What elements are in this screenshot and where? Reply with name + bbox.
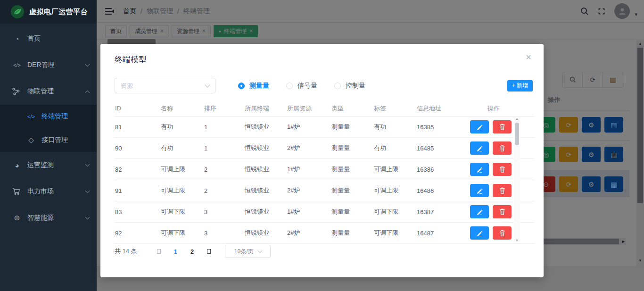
share-nodes-icon <box>12 88 22 95</box>
edit-button[interactable] <box>470 141 489 155</box>
table-row: 91可调上限2恒锐镁业2#炉测量量可调上限16486 <box>115 180 534 201</box>
scroll-up-icon[interactable]: ▲ <box>514 117 520 120</box>
edit-button[interactable] <box>470 163 489 176</box>
page-size-select[interactable]: 10条/页 <box>225 245 271 258</box>
sidebar-submenu-iot: </> 终端管理 ◇ 接口管理 <box>0 105 97 152</box>
sidebar-menu: ◔ 首页 </> DER管理 物联管理 </> <box>0 24 97 231</box>
terminal-model-dialog: 终端模型 × 资源 测量量 信号量 控制量 <box>100 44 544 277</box>
app-title: 虚拟电厂运营平台 <box>29 8 88 17</box>
select-placeholder: 资源 <box>121 82 133 90</box>
edit-button[interactable] <box>470 226 489 240</box>
sidebar-item-interface-mgmt[interactable]: ◇ 接口管理 <box>0 128 97 152</box>
globe-icon: ⊕ <box>12 214 22 222</box>
delete-button[interactable] <box>493 226 512 240</box>
dialog-title: 终端模型 <box>115 55 147 64</box>
chevron-down-icon <box>85 62 90 67</box>
dialog-filter-bar: 资源 测量量 信号量 控制量 + 新增 <box>115 78 533 93</box>
close-icon[interactable]: × <box>526 52 531 62</box>
col-header-address: 信息地址 <box>417 104 470 113</box>
app-root: 虚拟电厂运营平台 ◔ 首页 </> DER管理 物联管理 <box>0 0 644 291</box>
next-page-button[interactable] <box>207 249 211 254</box>
app-logo: 虚拟电厂运营平台 <box>0 0 97 24</box>
page-1-button[interactable]: 1 <box>174 248 177 255</box>
sidebar-item-home[interactable]: ◔ 首页 <box>0 25 97 52</box>
radio-signal[interactable]: 信号量 <box>286 82 317 90</box>
sidebar-item-der[interactable]: </> DER管理 <box>0 52 97 78</box>
sidebar-item-terminal-mgmt[interactable]: </> 终端管理 <box>0 105 97 128</box>
cube-icon: ◇ <box>26 136 36 144</box>
radio-icon <box>334 83 341 89</box>
col-header-tag: 标签 <box>374 104 417 113</box>
type-radio-group: 测量量 信号量 控制量 <box>238 82 365 90</box>
table-row: 83可调下限3恒锐镁业1#炉测量量可调下限16387 <box>115 201 534 223</box>
col-header-terminal: 所属终端 <box>245 104 287 113</box>
col-header-resource: 所属资源 <box>287 104 331 113</box>
gauge-icon: ◕ <box>12 161 22 169</box>
col-header-type: 类型 <box>331 104 374 113</box>
delete-button[interactable] <box>493 163 512 176</box>
sidebar-item-power-market[interactable]: 电力市场 <box>0 178 97 205</box>
scrollbar-thumb[interactable] <box>515 123 519 145</box>
table-scrollbar[interactable]: ▲ ▼ <box>514 117 520 242</box>
col-header-ops: 操作 <box>470 104 534 113</box>
radio-icon <box>286 83 293 89</box>
radio-icon <box>238 83 245 89</box>
col-header-sort: 排序 <box>204 104 245 113</box>
code-icon: </> <box>26 114 36 119</box>
resource-select[interactable]: 资源 <box>115 78 215 93</box>
pagination: 共 14 条 1 2 10条/页 <box>115 244 271 258</box>
sidebar-item-smart-energy[interactable]: ⊕ 智慧能源 <box>0 205 97 231</box>
terminal-model-table: ID 名称 排序 所属终端 所属资源 类型 标签 信息地址 操作 81有功1恒锐… <box>115 100 534 244</box>
prev-page-button[interactable] <box>157 249 161 254</box>
add-button[interactable]: + 新增 <box>507 80 533 91</box>
delete-button[interactable] <box>493 184 512 197</box>
table-row: 90有功1恒锐镁业2#炉测量量有功16485 <box>115 138 534 159</box>
scroll-down-icon[interactable]: ▼ <box>514 239 520 242</box>
code-icon: </> <box>12 62 22 68</box>
radio-control[interactable]: 控制量 <box>334 82 365 90</box>
dialog-header: 终端模型 × <box>100 44 544 65</box>
radio-measurement[interactable]: 测量量 <box>238 82 269 90</box>
gauge-icon: ◔ <box>12 35 22 43</box>
sidebar-item-ops-monitor[interactable]: ◕ 运营监测 <box>0 152 97 178</box>
col-header-name: 名称 <box>161 104 204 113</box>
table-header-row: ID 名称 排序 所属终端 所属资源 类型 标签 信息地址 操作 <box>115 100 534 116</box>
sidebar-item-iot[interactable]: 物联管理 <box>0 78 97 105</box>
table-row: 82可调上限2恒锐镁业1#炉测量量可调上限16386 <box>115 159 534 180</box>
page-2-button[interactable]: 2 <box>190 248 194 255</box>
chevron-down-icon <box>85 189 90 193</box>
chevron-down-icon <box>85 162 90 167</box>
chevron-down-icon <box>257 249 262 253</box>
total-count: 共 14 条 <box>115 247 137 256</box>
table-row: 92可调下限3恒锐镁业2#炉测量量可调下限16487 <box>115 223 534 244</box>
delete-button[interactable] <box>493 141 512 155</box>
sidebar: 虚拟电厂运营平台 ◔ 首页 </> DER管理 物联管理 <box>0 0 97 291</box>
chevron-up-icon <box>85 90 90 95</box>
cart-icon <box>12 188 22 195</box>
chevron-down-icon <box>85 215 90 220</box>
delete-button[interactable] <box>493 205 512 218</box>
leaf-logo-icon <box>10 5 25 19</box>
edit-button[interactable] <box>470 120 489 133</box>
edit-button[interactable] <box>470 184 489 197</box>
delete-button[interactable] <box>493 120 512 133</box>
col-header-id: ID <box>115 105 161 112</box>
table-row: 81有功1恒锐镁业1#炉测量量有功16385 <box>115 116 534 138</box>
edit-button[interactable] <box>470 205 489 218</box>
chevron-down-icon <box>205 82 210 87</box>
